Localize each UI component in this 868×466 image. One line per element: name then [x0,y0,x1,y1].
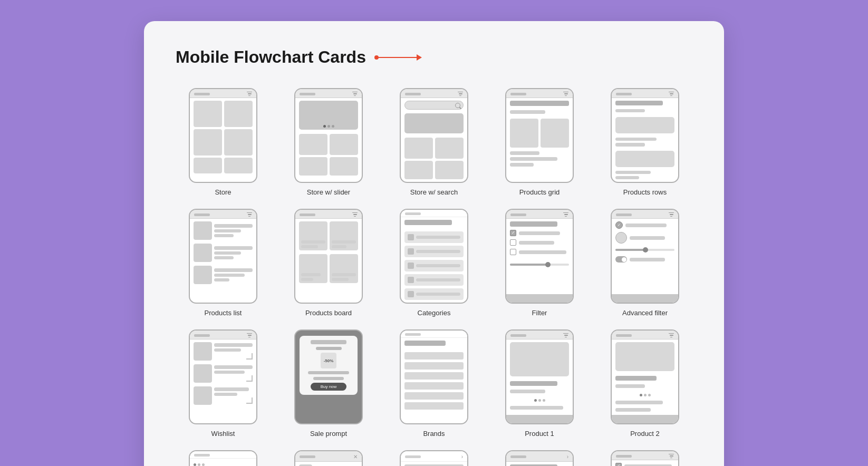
list-info [214,387,253,404]
card-label-products-board: Products board [305,309,352,317]
card-products-list[interactable]: Products list [176,209,271,317]
board-cell [330,254,358,283]
phone-products-list [189,209,257,304]
phone-store-search [400,88,468,183]
filter-row [510,239,569,246]
phone-body [506,219,573,294]
card-label-products-list: Products list [205,309,242,317]
phone-store-slider [294,88,363,183]
cat-bar [416,278,460,281]
card-store[interactable]: Store [176,88,271,196]
card-brands[interactable]: Brands [387,329,481,438]
phone-header [295,210,362,219]
list-thumb [194,342,212,361]
sale-card: -50% Buy now [300,336,358,395]
cat-bar [416,293,460,296]
card-partial-4[interactable]: › [492,450,587,466]
phone-body [612,460,678,466]
phone-product1 [505,329,574,424]
pagination-dots [510,399,569,402]
card-products-rows[interactable]: Products rows [597,88,692,196]
card-sale-prompt[interactable]: -50% Buy now Sale prompt [281,329,376,438]
slider-dot [323,125,326,128]
bottom-bar [506,415,573,423]
category-item [404,288,464,300]
phone-brands [400,329,468,424]
phone-header [190,451,256,459]
card-advanced-filter[interactable]: Advanced filter [597,209,692,317]
pg-dot [648,394,651,396]
phone-header [612,451,678,460]
card-partial-2[interactable]: ✕ [281,450,376,466]
card-categories[interactable]: Categories [387,209,481,317]
phone-header [190,331,256,339]
category-item [404,274,464,286]
adv-filter-body [615,221,674,263]
card-label-wishlist: Wishlist [211,430,235,438]
filter-icon [352,92,358,96]
list-info [214,365,253,382]
card-store-search[interactable]: Store w/ search [387,88,481,196]
phone-header: › [401,451,467,462]
main-container: Mobile Flowchart Cards [144,21,724,466]
list-info [214,268,253,281]
filter-row [510,230,569,236]
toggle-knob [622,257,626,262]
checkbox [510,239,516,246]
arrow-connector [377,57,419,58]
phone-header [612,210,678,219]
phone-filter [505,209,574,304]
slider-track [510,264,569,266]
phone-sale-prompt: -50% Buy now [294,329,363,424]
list-item [194,221,253,240]
arrow-line [377,57,419,58]
filter-icon [669,92,674,96]
card-partial-1[interactable] [176,450,271,466]
phone-header [401,331,467,338]
board-row [299,221,358,250]
filter-icon [247,92,252,96]
bottom-bar [612,415,678,423]
card-label-sale-prompt: Sale prompt [310,430,347,438]
phone-header [506,331,573,339]
card-products-board[interactable]: Products board [281,209,376,317]
toggle-switch [615,256,627,263]
filter-icon [563,212,568,217]
pg-dot [538,399,541,402]
card-products-grid[interactable]: Products grid [492,88,587,196]
phone-products-rows [611,88,679,183]
page-title: Mobile Flowchart Cards [176,47,366,67]
phone-body [295,98,362,182]
phone-categories [400,209,468,304]
phone-body [190,459,256,466]
phone-body [506,339,573,415]
list-item [194,364,253,383]
card-filter[interactable]: Filter [492,209,587,317]
phone-body [612,339,678,415]
card-label-brands: Brands [423,430,445,438]
phone-wishlist [189,329,257,424]
adv-row [615,256,674,263]
pg-dot [194,463,196,466]
phone-products-grid [505,88,574,183]
phone-products-board [294,209,363,304]
list-info [214,246,253,259]
phone-body [506,98,573,182]
pg-dot [198,463,200,466]
slider-dot [327,125,330,128]
phone-header: ✕ [295,451,362,462]
list-item [194,386,253,405]
phone-body [612,98,678,182]
card-store-slider[interactable]: Store w/ slider [281,88,376,196]
card-product2[interactable]: Product 2 [597,329,692,438]
card-partial-3[interactable]: › [387,450,481,466]
card-wishlist[interactable]: Wishlist [176,329,271,438]
card-product1[interactable]: Product 1 [492,329,587,438]
phone-body [295,462,362,466]
category-item [404,246,464,257]
card-partial-5[interactable] [597,450,692,466]
card-label-store-search: Store w/ search [410,188,458,196]
list-thumb [194,386,212,405]
category-item [404,231,464,243]
cat-icon [408,263,414,269]
